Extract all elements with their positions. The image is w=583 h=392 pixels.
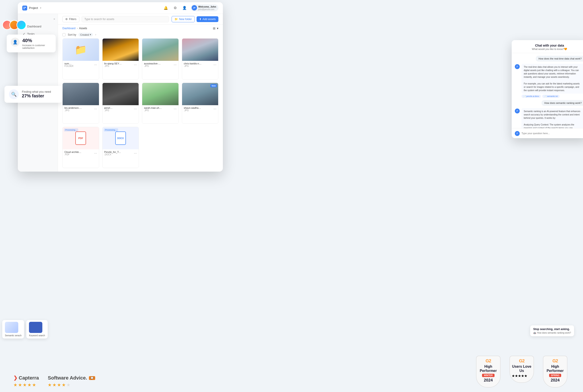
asset-card[interactable]: aussieactive-1brtIz... .JPG ··· — [142, 38, 179, 80]
asset-menu-button[interactable]: ··· — [94, 107, 97, 111]
g2-badge-shape: G2 Users Love Us ★★★★★ — [510, 356, 534, 383]
asset-name: Cloud architecture... — [64, 151, 82, 153]
capterra-stars: ★ ★ ★ ★ ★ — [13, 382, 39, 388]
main-content: ⚙ Filters Type to search for assets 📁 Ne… — [58, 14, 223, 172]
photo-thumb — [182, 38, 218, 61]
asset-menu-button[interactable]: ··· — [134, 107, 137, 111]
asset-info: summer FOLDER ··· — [62, 61, 99, 69]
asset-name: Penzle_for_Teams... — [104, 151, 122, 153]
user-profile[interactable]: JP Welcome, John john@penzle.com — [191, 4, 218, 12]
bot-text: The real-time data chat allows you to in… — [522, 64, 583, 94]
grid-view-button[interactable]: ⊞ — [213, 26, 216, 30]
g2-badge-shape: G2 High Performer SPRING 2024 — [543, 356, 568, 388]
stop-searching-question: How does semantic ranking work? — [537, 332, 571, 334]
asset-card[interactable]: les-anderson-OuR3... .JPG ··· — [62, 83, 99, 124]
photo-thumb — [62, 83, 99, 105]
user-avatar: JP — [192, 5, 197, 10]
app-logo — [22, 6, 27, 10]
g2-badges: G2 High Performer WINTER 2024 G2 Users L… — [474, 356, 570, 388]
g2-badge-season: WINTER — [482, 374, 494, 377]
asset-card[interactable]: New shaun-wadham-49... .JPG ··· — [182, 83, 218, 124]
asset-menu-button[interactable]: ··· — [174, 107, 176, 111]
chat-input-bar: P › — [512, 128, 583, 138]
asset-name: sarah-mae-uhXFC... — [144, 106, 162, 109]
asset-card[interactable]: penzle.jpg .JPG ··· — [102, 83, 139, 124]
finding-title: Finding what you need — [22, 90, 51, 94]
top-bar-left: Project ▾ — [22, 6, 41, 10]
star-2: ★ — [18, 382, 22, 388]
asset-info: lin-qiang-SEY00Bo... .JPG ··· — [102, 61, 139, 69]
svg-rect-0 — [24, 7, 24, 8]
g2-badge-title: Users Love Us — [512, 364, 532, 373]
sort-by-label: Sort by — [68, 33, 76, 36]
breadcrumb-dashboard[interactable]: Dashboard — [62, 27, 76, 30]
docx-label: DOCX — [117, 137, 124, 140]
capterra-name: Capterra — [19, 375, 39, 381]
breadcrumb-separator: › — [77, 27, 78, 30]
citation-chip[interactable]: 📄 semantic.txt — [542, 95, 560, 98]
capterra-logo: ❯ Capterra — [13, 375, 39, 381]
asset-type: .JPG — [184, 65, 206, 67]
new-folder-button[interactable]: 📁 New folder — [172, 16, 194, 22]
asset-type: .JPG — [64, 109, 88, 112]
asset-menu-button[interactable]: ··· — [214, 107, 216, 111]
asset-type: FOLDER — [64, 65, 74, 67]
bot-avatar: P — [515, 108, 520, 114]
asset-type: .JPG — [144, 65, 166, 67]
filter-icon: ⚙ — [65, 18, 68, 21]
asset-card[interactable]: DOCX Processing... Penzle_for_Teams... .… — [102, 127, 139, 168]
asset-menu-button[interactable]: ··· — [94, 151, 97, 155]
feature-keyword: Keyword search — [26, 320, 48, 338]
toolbar-left: ⚙ Filters Type to search for assets — [62, 16, 169, 22]
sort-direction-button[interactable]: ↑ — [95, 34, 96, 36]
asset-name: penzle.jpg — [104, 106, 113, 109]
asset-card[interactable]: lin-qiang-SEY00Bo... .JPG ··· — [102, 38, 139, 80]
asset-type: .DOCX — [104, 153, 126, 156]
satisfaction-percent: 40% — [22, 38, 52, 44]
project-chevron[interactable]: ▾ — [40, 7, 41, 9]
citation-chip[interactable]: 📄 penzle.ai.docx — [522, 95, 541, 98]
sort-field-label: Created — [80, 34, 89, 36]
avatar-3 — [16, 20, 26, 30]
sa-star-5: ★ — [66, 382, 70, 388]
asset-card[interactable]: chris-karidis-nnzkZ... .JPG ··· — [182, 38, 218, 80]
settings-button[interactable]: ⚙ — [172, 5, 178, 11]
chat-input[interactable] — [522, 132, 582, 134]
asset-card[interactable]: PDF Processing... Cloud architecture... … — [62, 127, 99, 168]
chat-user-message: How does semantic ranking work? — [542, 100, 583, 106]
chat-bot-message: P Semantic ranking is an AI-powered feat… — [515, 108, 583, 128]
asset-menu-button[interactable]: ··· — [134, 63, 137, 67]
select-all-checkbox[interactable] — [62, 33, 66, 36]
asset-menu-button[interactable]: ··· — [94, 63, 97, 67]
project-name[interactable]: Project — [29, 6, 38, 10]
robot-icon: 🤖 — [533, 332, 536, 334]
breadcrumb: Dashboard › Assets — [62, 27, 87, 30]
chat-panel: Chat with your data What would you like … — [512, 40, 583, 138]
add-assets-label: Add assets — [202, 18, 216, 21]
sa-star-2: ★ — [52, 382, 56, 388]
stop-searching-callout: Stop searching, start asking. 🤖 How does… — [530, 325, 574, 336]
help-button[interactable]: 👤 — [182, 5, 188, 11]
asset-menu-button[interactable]: ··· — [134, 151, 137, 155]
stop-searching-title: Stop searching, start asking. — [533, 328, 571, 331]
star-4: ★ — [28, 382, 32, 388]
notifications-button[interactable]: 🔔 — [163, 5, 169, 11]
g2-badge: G2 High Performer WINTER 2024 — [474, 356, 503, 388]
g2-logo: G2 — [512, 358, 532, 364]
asset-type: .JPG — [184, 109, 206, 112]
g2-badge-season: SPRING — [549, 374, 561, 377]
asset-menu-button[interactable]: ··· — [174, 63, 176, 67]
asset-menu-button[interactable]: ··· — [214, 63, 216, 67]
new-folder-icon: 📁 — [174, 18, 178, 21]
sort-field-selector[interactable]: Created ▾ — [78, 33, 93, 36]
add-assets-icon: ⬆ — [199, 18, 202, 21]
asset-card[interactable]: 📁 summer FOLDER ··· — [62, 38, 99, 80]
folder-icon: 📁 — [75, 44, 87, 56]
filter-button[interactable]: ⚙ Filters — [62, 16, 79, 22]
asset-type: .PDF — [64, 153, 86, 156]
search-input[interactable]: Type to search for assets — [82, 16, 169, 22]
add-assets-button[interactable]: ⬆ Add assets — [196, 16, 218, 22]
view-chevron[interactable]: ▾ — [217, 26, 218, 30]
asset-card[interactable]: sarah-mae-uhXFC... .JPG ··· — [142, 83, 179, 124]
sort-bar: Sort by Created ▾ ↑ — [58, 32, 223, 38]
